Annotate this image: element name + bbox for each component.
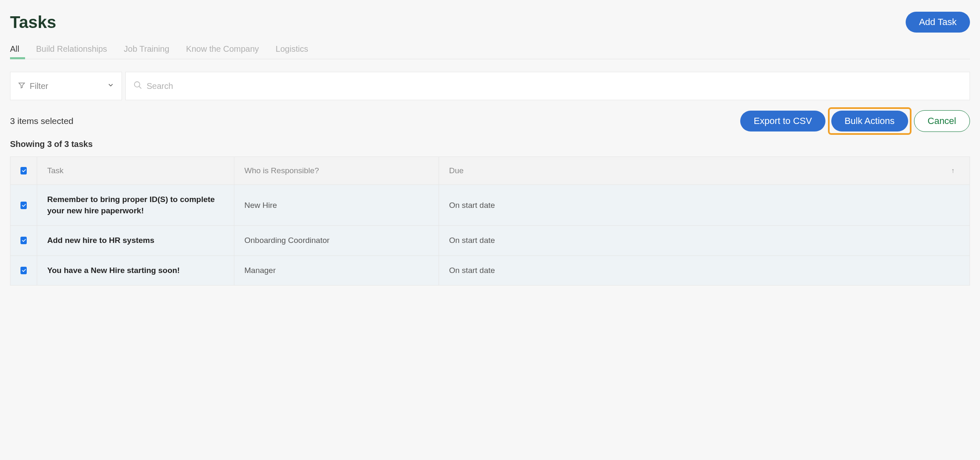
filter-icon	[18, 81, 25, 91]
column-task[interactable]: Task	[37, 157, 234, 185]
search-box[interactable]	[125, 72, 970, 100]
filter-dropdown[interactable]: Filter	[10, 72, 122, 100]
svg-line-1	[139, 86, 142, 89]
task-name-cell[interactable]: Add new hire to HR systems	[37, 226, 234, 255]
row-checkbox[interactable]	[20, 202, 27, 209]
select-all-checkbox[interactable]	[20, 167, 27, 174]
task-name-cell[interactable]: Remember to bring proper ID(S) to comple…	[37, 185, 234, 225]
task-due-cell: On start date	[439, 185, 970, 225]
row-checkbox[interactable]	[20, 267, 27, 274]
search-input[interactable]	[147, 81, 962, 91]
filter-label: Filter	[30, 81, 107, 91]
column-due-label: Due	[449, 166, 464, 175]
task-who-cell: Manager	[234, 256, 439, 286]
chevron-down-icon	[107, 82, 114, 90]
tabs: All Build Relationships Job Training Kno…	[10, 44, 970, 59]
page-title: Tasks	[10, 13, 56, 32]
selection-count: 3 items selected	[10, 116, 74, 126]
tab-know-the-company[interactable]: Know the Company	[186, 44, 259, 59]
svg-point-0	[135, 82, 140, 87]
bulk-actions-button[interactable]: Bulk Actions	[831, 111, 908, 131]
task-due-cell: On start date	[439, 256, 970, 286]
task-name-cell[interactable]: You have a New Hire starting soon!	[37, 256, 234, 286]
row-checkbox[interactable]	[20, 237, 27, 244]
table-row: Remember to bring proper ID(S) to comple…	[10, 185, 970, 226]
task-who-cell: Onboarding Coordinator	[234, 226, 439, 255]
task-due-cell: On start date	[439, 226, 970, 255]
task-who-cell: New Hire	[234, 185, 439, 225]
add-task-button[interactable]: Add Task	[906, 12, 970, 33]
table-row: You have a New Hire starting soon! Manag…	[10, 256, 970, 286]
search-icon	[133, 81, 142, 91]
tab-all[interactable]: All	[10, 44, 19, 59]
tab-job-training[interactable]: Job Training	[124, 44, 169, 59]
cancel-button[interactable]: Cancel	[914, 110, 970, 132]
tab-logistics[interactable]: Logistics	[276, 44, 308, 59]
table-header: Task Who is Responsible? Due ↑	[10, 157, 970, 185]
export-csv-button[interactable]: Export to CSV	[740, 111, 825, 131]
showing-count: Showing 3 of 3 tasks	[10, 139, 970, 149]
column-who[interactable]: Who is Responsible?	[234, 157, 439, 185]
tab-build-relationships[interactable]: Build Relationships	[36, 44, 107, 59]
task-table: Task Who is Responsible? Due ↑ Remember …	[10, 157, 970, 286]
sort-ascending-icon: ↑	[951, 167, 960, 174]
table-row: Add new hire to HR systems Onboarding Co…	[10, 226, 970, 256]
column-due[interactable]: Due ↑	[439, 157, 970, 185]
